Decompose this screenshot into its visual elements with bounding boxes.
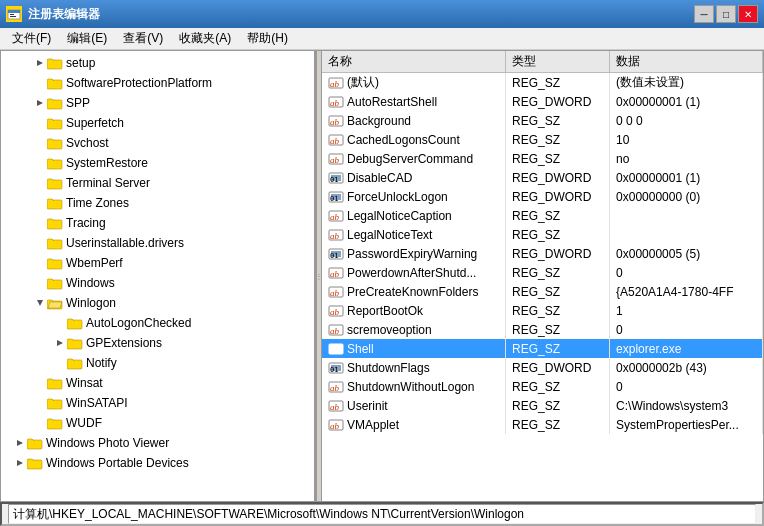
value-name-cell[interactable]: 01 DisableCAD	[322, 168, 506, 187]
registry-values[interactable]: 名称 类型 数据 ab (默认)REG_SZ(数值未设置) ab AutoRes…	[322, 51, 763, 501]
minimize-button[interactable]: ─	[694, 5, 714, 23]
tree-toggle-icon[interactable]	[33, 376, 47, 390]
value-name-cell[interactable]: ab Shell	[322, 339, 506, 358]
tree-toggle-icon[interactable]	[53, 336, 67, 350]
svg-rect-20	[67, 320, 82, 329]
tree-item[interactable]: SoftwareProtectionPlatform	[1, 73, 314, 93]
table-row[interactable]: 01 ForceUnlockLogonREG_DWORD0x00000000 (…	[322, 187, 763, 206]
tree-toggle-icon[interactable]	[33, 416, 47, 430]
table-row[interactable]: ab ShutdownWithoutLogonREG_SZ0	[322, 377, 763, 396]
value-name: (默认)	[347, 74, 379, 91]
value-name-cell[interactable]: ab CachedLogonsCount	[322, 130, 506, 149]
value-data: 0x00000005 (5)	[610, 244, 763, 263]
tree-toggle-icon[interactable]	[33, 96, 47, 110]
tree-item[interactable]: Winlogon	[1, 293, 314, 313]
table-row[interactable]: ab ReportBootOkREG_SZ1	[322, 301, 763, 320]
value-name-cell[interactable]: ab Background	[322, 111, 506, 130]
table-row[interactable]: ab UserinitREG_SZC:\Windows\system3	[322, 396, 763, 415]
table-row[interactable]: ab LegalNoticeTextREG_SZ	[322, 225, 763, 244]
tree-toggle-icon[interactable]	[33, 296, 47, 310]
tree-item[interactable]: WbemPerf	[1, 253, 314, 273]
tree-toggle-icon[interactable]	[33, 256, 47, 270]
table-row[interactable]: ab BackgroundREG_SZ0 0 0	[322, 111, 763, 130]
tree-item-label: setup	[66, 56, 95, 70]
value-name-cell[interactable]: ab Userinit	[322, 396, 506, 415]
value-name-cell[interactable]: ab ShutdownWithoutLogon	[322, 377, 506, 396]
tree-item[interactable]: Tracing	[1, 213, 314, 233]
tree-toggle-icon[interactable]	[33, 116, 47, 130]
table-row[interactable]: 01 PasswordExpiryWarningREG_DWORD0x00000…	[322, 244, 763, 263]
tree-item[interactable]: Superfetch	[1, 113, 314, 133]
tree-toggle-icon[interactable]	[33, 176, 47, 190]
tree-item[interactable]: Svchost	[1, 133, 314, 153]
tree-item[interactable]: Terminal Server	[1, 173, 314, 193]
tree-toggle-icon[interactable]	[33, 76, 47, 90]
registry-tree[interactable]: setup SoftwareProtectionPlatform SPP Sup…	[1, 51, 316, 501]
tree-item[interactable]: Windows	[1, 273, 314, 293]
tree-toggle-icon[interactable]	[53, 356, 67, 370]
value-name-cell[interactable]: 01 PasswordExpiryWarning	[322, 244, 506, 263]
table-row[interactable]: ab AutoRestartShellREG_DWORD0x00000001 (…	[322, 92, 763, 111]
table-row[interactable]: ab CachedLogonsCountREG_SZ10	[322, 130, 763, 149]
maximize-button[interactable]: □	[716, 5, 736, 23]
tree-toggle-icon[interactable]	[13, 456, 27, 470]
table-row[interactable]: ab PowerdownAfterShutd...REG_SZ0	[322, 263, 763, 282]
svg-rect-23	[67, 360, 82, 369]
tree-toggle-icon[interactable]	[33, 276, 47, 290]
tree-toggle-icon[interactable]	[33, 136, 47, 150]
folder-icon	[47, 116, 63, 130]
tree-item[interactable]: WinSATAPI	[1, 393, 314, 413]
tree-item[interactable]: Notify	[1, 353, 314, 373]
tree-toggle-icon[interactable]	[13, 436, 27, 450]
tree-toggle-icon[interactable]	[53, 316, 67, 330]
table-row[interactable]: ab PreCreateKnownFoldersREG_SZ{A520A1A4-…	[322, 282, 763, 301]
value-name-cell[interactable]: ab LegalNoticeText	[322, 225, 506, 244]
table-row[interactable]: ab LegalNoticeCaptionREG_SZ	[322, 206, 763, 225]
table-row[interactable]: 01 DisableCADREG_DWORD0x00000001 (1)	[322, 168, 763, 187]
menu-item-E[interactable]: 编辑(E)	[59, 28, 115, 49]
menu-item-H[interactable]: 帮助(H)	[239, 28, 296, 49]
tree-toggle-icon[interactable]	[33, 56, 47, 70]
value-name-cell[interactable]: ab PreCreateKnownFolders	[322, 282, 506, 301]
tree-item[interactable]: Windows Portable Devices	[1, 453, 314, 473]
tree-toggle-icon[interactable]	[33, 196, 47, 210]
menu-item-V[interactable]: 查看(V)	[115, 28, 171, 49]
value-name-cell[interactable]: ab VMApplet	[322, 415, 506, 434]
table-row[interactable]: 01 ShutdownFlagsREG_DWORD0x0000002b (43)	[322, 358, 763, 377]
value-name-cell[interactable]: 01 ShutdownFlags	[322, 358, 506, 377]
menu-item-A[interactable]: 收藏夹(A)	[171, 28, 239, 49]
tree-toggle-icon[interactable]	[33, 216, 47, 230]
tree-item[interactable]: Time Zones	[1, 193, 314, 213]
tree-toggle-icon[interactable]	[33, 156, 47, 170]
menu-item-F[interactable]: 文件(F)	[4, 28, 59, 49]
value-name-cell[interactable]: 01 ForceUnlockLogon	[322, 187, 506, 206]
svg-rect-3	[10, 16, 16, 17]
tree-toggle-icon[interactable]	[33, 236, 47, 250]
table-row[interactable]: ab ShellREG_SZexplorer.exe	[322, 339, 763, 358]
folder-icon	[47, 136, 63, 150]
tree-item[interactable]: SPP	[1, 93, 314, 113]
table-row[interactable]: ab (默认)REG_SZ(数值未设置)	[322, 73, 763, 93]
tree-item[interactable]: WUDF	[1, 413, 314, 433]
tree-item[interactable]: AutoLogonChecked	[1, 313, 314, 333]
tree-toggle-icon[interactable]	[33, 396, 47, 410]
tree-item[interactable]: GPExtensions	[1, 333, 314, 353]
value-name-cell[interactable]: ab scremoveoption	[322, 320, 506, 339]
close-button[interactable]: ✕	[738, 5, 758, 23]
value-data: 0	[610, 263, 763, 282]
tree-item[interactable]: setup	[1, 53, 314, 73]
tree-item[interactable]: Userinstallable.drivers	[1, 233, 314, 253]
tree-item[interactable]: Windows Photo Viewer	[1, 433, 314, 453]
table-row[interactable]: ab VMAppletREG_SZSystemPropertiesPer...	[322, 415, 763, 434]
tree-item[interactable]: SystemRestore	[1, 153, 314, 173]
value-name-cell[interactable]: ab (默认)	[322, 73, 506, 93]
value-name-cell[interactable]: ab PowerdownAfterShutd...	[322, 263, 506, 282]
table-row[interactable]: ab DebugServerCommandREG_SZno	[322, 149, 763, 168]
value-name-cell[interactable]: ab ReportBootOk	[322, 301, 506, 320]
table-row[interactable]: ab scremoveoptionREG_SZ0	[322, 320, 763, 339]
value-name-cell[interactable]: ab LegalNoticeCaption	[322, 206, 506, 225]
tree-item[interactable]: Winsat	[1, 373, 314, 393]
folder-icon	[47, 376, 63, 390]
value-name-cell[interactable]: ab DebugServerCommand	[322, 149, 506, 168]
value-name-cell[interactable]: ab AutoRestartShell	[322, 92, 506, 111]
